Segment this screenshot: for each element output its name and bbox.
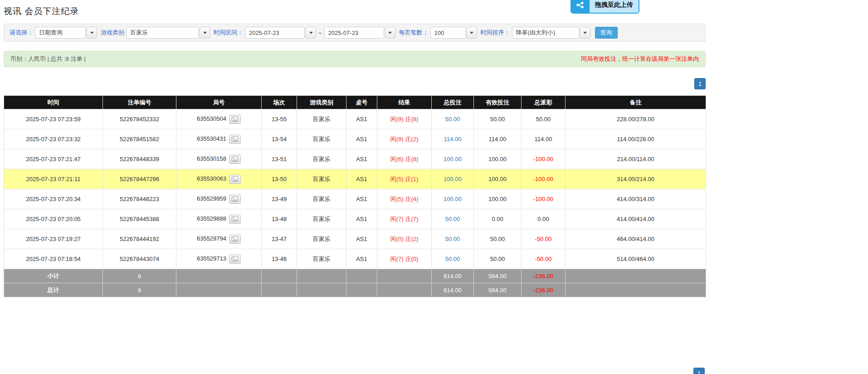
cell-total-bet: 50.00 [432,209,474,229]
sort-order-input[interactable] [512,27,579,39]
table-row[interactable]: 2025-07-23 07:23:59 522678452332 6355305… [4,109,706,129]
cell-time: 2025-07-23 07:23:59 [4,109,103,129]
total-row: 总计 8 614.00 564.00 -236.00 [4,283,706,297]
cell-result: 闲(5)庄(4) [377,189,432,209]
date-to-dropdown-button[interactable] [385,27,395,39]
cell-valid-bet: 100.00 [474,169,522,189]
cell-session: 13-55 [262,109,297,129]
total-bet-link[interactable]: 50.00 [445,236,460,242]
cell-table-no: AS1 [346,229,377,249]
page-1-button[interactable]: 1 [694,78,706,89]
total-payout: -236.00 [522,283,566,297]
pagination-top: 1 [4,78,706,89]
total-bet-link[interactable]: 50.00 [445,216,460,222]
total-empty-cell [262,283,297,297]
subtotal-empty-cell [262,269,297,283]
page-1-button[interactable]: 1 [693,368,705,374]
round-image-button[interactable] [229,135,241,144]
valid-bet-notice-text: 同局有效投注，统一计算在该局第一张注单内 [581,55,699,63]
upload-label: 拖拽至此上传 [590,0,639,13]
cell-payout: -100.00 [522,169,566,189]
total-empty-cell [346,283,377,297]
query-type-dropdown-button[interactable] [87,27,97,39]
table-row[interactable]: 2025-07-23 07:19:27 522678444192 6355297… [4,229,706,249]
round-image-button[interactable] [229,255,241,264]
cell-valid-bet: 0.00 [474,209,522,229]
round-number: 635529713 [197,255,226,262]
cell-bet-id: 522678452332 [103,109,176,129]
cell-round-no: 635529888 [176,209,262,229]
cell-valid-bet: 100.00 [474,149,522,169]
header-game-type: 游戏类别 [297,96,346,109]
round-number: 635530504 [197,115,226,122]
caret-down-icon [203,32,207,34]
cell-result: 闲(9)庄(8) [377,109,432,129]
cell-remark: 514.00/464.00 [566,249,706,269]
date-to-input[interactable] [324,27,384,39]
subtotal-valid-bet: 564.00 [474,269,522,283]
header-bet-id: 注单编号 [103,96,176,109]
cell-round-no: 635529713 [176,249,262,269]
total-bet-link[interactable]: 100.00 [444,176,462,182]
cell-bet-id: 522678448339 [103,149,176,169]
round-number: 635530431 [197,135,226,142]
total-bet-link[interactable]: 50.00 [445,116,460,123]
result-banker: 庄(4) [405,196,419,202]
cell-session: 13-49 [262,189,297,209]
cell-round-no: 635529959 [176,189,262,209]
round-image-button[interactable] [229,175,241,184]
table-row[interactable]: 2025-07-23 07:20:05 522678445388 6355298… [4,209,706,229]
filter-label-game-type: 游戏类别 [101,29,124,37]
round-image-button[interactable] [229,115,241,124]
page-size-combo [430,27,477,39]
table-row[interactable]: 2025-07-23 07:18:54 522678443074 6355297… [4,249,706,269]
cell-session: 13-54 [262,129,297,149]
upload-dropzone-button[interactable]: 拖拽至此上传 [571,0,639,14]
cell-table-no: AS1 [346,189,377,209]
cell-game-type: 百家乐 [297,229,346,249]
total-count: 8 [103,283,176,297]
round-image-button[interactable] [229,195,241,204]
date-from-input[interactable] [245,27,305,39]
page-size-input[interactable] [430,27,466,39]
cell-game-type: 百家乐 [297,249,346,269]
query-type-input[interactable] [35,27,86,39]
total-bet-link[interactable]: 50.00 [445,256,460,262]
table-row[interactable]: 2025-07-23 07:20:34 522678446223 6355299… [4,189,706,209]
cell-result: 闲(7)庄(0) [377,249,432,269]
total-bet-link[interactable]: 114.00 [444,136,462,143]
total-bet-link[interactable]: 100.00 [444,196,462,202]
cell-total-bet: 50.00 [432,229,474,249]
sort-order-dropdown-button[interactable] [580,27,590,39]
cell-bet-id: 522678445388 [103,209,176,229]
round-image-button[interactable] [229,155,241,164]
subtotal-empty-cell [176,269,262,283]
result-banker: 庄(0) [405,256,419,262]
cell-valid-bet: 114.00 [474,129,522,149]
result-player: 闲(5) [390,176,404,182]
cell-time: 2025-07-23 07:23:32 [4,129,103,149]
round-image-button[interactable] [229,235,241,244]
cell-valid-bet: 50.00 [474,109,522,129]
date-from-dropdown-button[interactable] [306,27,316,39]
result-player: 闲(0) [390,236,404,242]
game-type-combo [126,27,210,39]
cell-total-bet: 114.00 [432,129,474,149]
search-button[interactable]: 查询 [595,27,618,39]
game-type-dropdown-button[interactable] [200,27,210,39]
result-banker: 庄(1) [405,176,419,182]
total-total-bet: 614.00 [432,283,474,297]
cell-time: 2025-07-23 07:21:11 [4,169,103,189]
cell-game-type: 百家乐 [297,129,346,149]
page-size-dropdown-button[interactable] [467,27,477,39]
total-bet-link[interactable]: 100.00 [444,156,462,162]
result-player: 闲(9) [390,136,404,143]
cell-time: 2025-07-23 07:20:05 [4,209,103,229]
table-row[interactable]: 2025-07-23 07:21:47 522678448339 6355301… [4,149,706,169]
table-row-selected[interactable]: 2025-07-23 07:21:11 522678447296 6355300… [4,169,706,189]
cell-remark: 114.00/228.00 [566,129,706,149]
round-image-button[interactable] [229,215,241,224]
subtotal-empty-cell [377,269,432,283]
game-type-input[interactable] [126,27,199,39]
table-row[interactable]: 2025-07-23 07:23:32 522678451582 6355304… [4,129,706,149]
